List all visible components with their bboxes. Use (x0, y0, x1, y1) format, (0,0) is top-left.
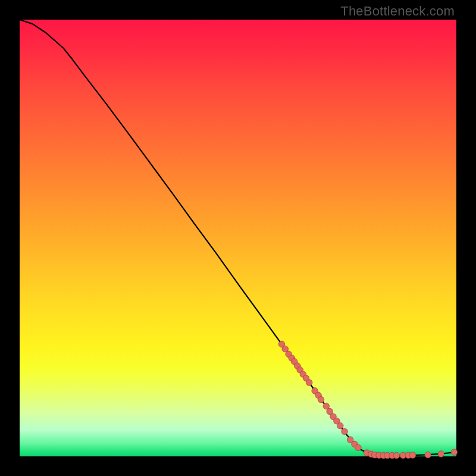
data-marker (318, 396, 324, 403)
data-marker (451, 449, 458, 456)
chart-markers (278, 341, 457, 459)
watermark-label: TheBottleneck.com (340, 4, 455, 19)
data-marker (306, 380, 312, 386)
chart-overlay (20, 20, 456, 456)
data-marker (438, 451, 444, 458)
data-marker (342, 428, 348, 435)
data-marker (393, 452, 400, 459)
data-marker (425, 452, 431, 458)
chart-frame: TheBottleneck.com (0, 0, 476, 476)
data-marker (355, 444, 362, 451)
data-marker (337, 422, 343, 429)
chart-curve (20, 20, 456, 456)
data-marker (409, 452, 416, 459)
